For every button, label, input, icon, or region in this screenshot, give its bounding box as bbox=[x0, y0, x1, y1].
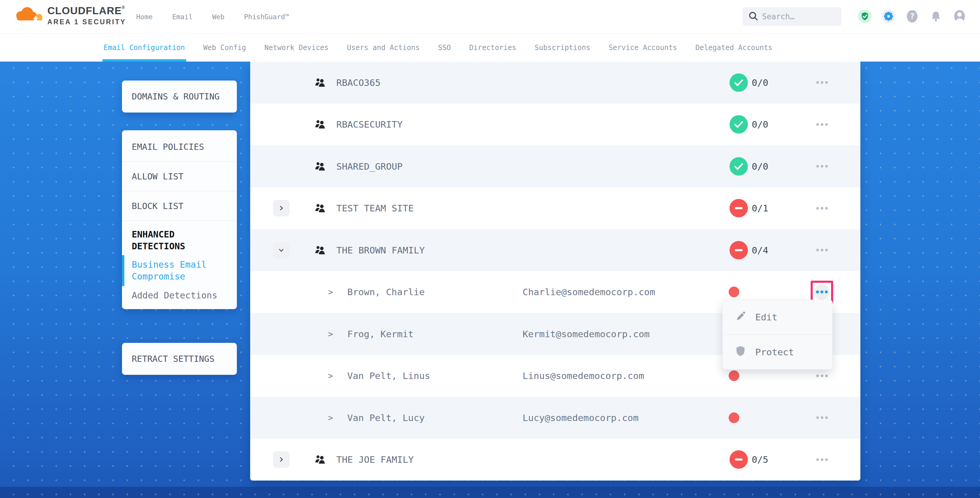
group-name: THE JOE FAMILY bbox=[336, 454, 414, 465]
row-actions-button[interactable] bbox=[814, 410, 830, 425]
footer-band bbox=[0, 487, 980, 498]
member-name: Van Pelt, Linus bbox=[347, 371, 430, 381]
sidebar-card-retract-settings[interactable]: RETRACT SETTINGS bbox=[122, 343, 237, 375]
security-status-shield-icon[interactable] bbox=[858, 10, 872, 23]
menu-item-protect[interactable]: Protect bbox=[723, 334, 832, 369]
tab-network-devices[interactable]: Network Devices bbox=[264, 34, 329, 62]
protected-count: 0/5 bbox=[752, 454, 768, 465]
brand-name: CLOUDFLARE bbox=[48, 5, 122, 17]
status-protected-icon bbox=[730, 73, 748, 92]
protected-count: 0/0 bbox=[752, 119, 768, 130]
header-icon-group: ? bbox=[858, 10, 966, 23]
row-actions-button[interactable] bbox=[814, 242, 830, 258]
unprotected-dot bbox=[729, 286, 739, 297]
protected-count: 0/4 bbox=[752, 245, 768, 256]
group-name: RBACSECURITY bbox=[336, 119, 402, 130]
member-email: Kermit@somedemocorp.com bbox=[523, 329, 649, 339]
menu-item-label: Protect bbox=[755, 347, 794, 357]
section-tabs: Email Configuration Web Config Network D… bbox=[103, 34, 772, 62]
protected-count: 0/0 bbox=[752, 77, 768, 88]
search-input[interactable] bbox=[762, 12, 833, 21]
tab-delegated-accounts[interactable]: Delegated Accounts bbox=[695, 34, 772, 62]
help-icon[interactable]: ? bbox=[905, 10, 919, 23]
menu-item-edit[interactable]: Edit bbox=[723, 300, 832, 334]
sidebar-item-retract-settings[interactable]: RETRACT SETTINGS bbox=[132, 354, 214, 364]
brand-subtitle: AREA 1 SECURITY bbox=[48, 18, 126, 26]
status-unprotected-icon bbox=[730, 241, 748, 259]
row-actions-button[interactable] bbox=[814, 159, 830, 174]
member-caret: > bbox=[328, 329, 333, 339]
app-header: CLOUDFLARE® AREA 1 SECURITY Home Email W… bbox=[0, 0, 980, 34]
table-row-group[interactable]: THE BROWN FAMILY 0/4 bbox=[250, 229, 861, 271]
sidebar-item-added-detections[interactable]: Added Detections bbox=[122, 286, 237, 305]
tab-directories[interactable]: Directories bbox=[469, 34, 516, 62]
table-row-group[interactable]: THE JOE FAMILY 0/5 bbox=[250, 439, 861, 481]
group-people-icon bbox=[315, 78, 326, 88]
row-actions-button[interactable] bbox=[814, 368, 830, 383]
sidebar-item-domains-routing[interactable]: DOMAINS & ROUTING bbox=[132, 91, 220, 102]
group-name: THE BROWN FAMILY bbox=[336, 245, 425, 256]
table-row-group[interactable]: RBACO365 0/0 bbox=[250, 62, 861, 103]
svg-text:?: ? bbox=[910, 12, 915, 21]
tab-email-configuration[interactable]: Email Configuration bbox=[103, 34, 185, 62]
sidebar-item-allow-list[interactable]: ALLOW LIST bbox=[122, 162, 237, 191]
table-row-member[interactable]: > Van Pelt, Lucy Lucy@somedemocorp.com bbox=[250, 397, 861, 439]
group-name: SHARED_GROUP bbox=[336, 161, 402, 172]
status-protected-icon bbox=[730, 115, 748, 134]
search-box[interactable] bbox=[743, 7, 842, 26]
tab-service-accounts[interactable]: Service Accounts bbox=[609, 34, 677, 62]
group-people-icon bbox=[315, 245, 326, 255]
row-actions-button[interactable] bbox=[814, 117, 830, 132]
table-row-group[interactable]: TEST TEAM SITE 0/1 bbox=[250, 188, 861, 229]
row-actions-context-menu: Edit Protect bbox=[722, 300, 832, 369]
search-icon bbox=[747, 10, 759, 23]
account-avatar-icon[interactable] bbox=[953, 10, 966, 23]
group-people-icon bbox=[315, 204, 326, 213]
collapse-group-button[interactable] bbox=[273, 242, 290, 258]
cloudflare-logo[interactable]: CLOUDFLARE® AREA 1 SECURITY bbox=[12, 5, 126, 26]
sidebar-card-domains-routing[interactable]: DOMAINS & ROUTING bbox=[122, 81, 237, 113]
group-people-icon bbox=[315, 119, 326, 129]
member-email: Charlie@somedemocorp.com bbox=[523, 286, 655, 297]
unprotected-dot bbox=[729, 412, 739, 423]
settings-gear-icon[interactable] bbox=[882, 10, 895, 23]
group-people-icon bbox=[315, 455, 326, 464]
member-caret: > bbox=[328, 371, 333, 381]
table-row-group[interactable]: SHARED_GROUP 0/0 bbox=[250, 145, 861, 188]
member-name: Brown, Charlie bbox=[347, 286, 425, 297]
tab-subscriptions[interactable]: Subscriptions bbox=[535, 34, 590, 62]
member-name: Van Pelt, Lucy bbox=[347, 412, 425, 423]
tab-sso[interactable]: SSO bbox=[438, 34, 450, 62]
group-people-icon bbox=[315, 162, 326, 171]
nav-item-home[interactable]: Home bbox=[136, 13, 153, 21]
row-actions-button[interactable] bbox=[814, 200, 830, 216]
notifications-bell-icon[interactable] bbox=[929, 10, 943, 23]
table-row-group[interactable]: RBACSECURITY 0/0 bbox=[250, 103, 861, 146]
member-caret: > bbox=[328, 413, 333, 423]
pencil-icon bbox=[735, 310, 746, 324]
expand-group-button[interactable] bbox=[273, 451, 290, 468]
status-unprotected-icon bbox=[730, 199, 748, 217]
status-protected-icon bbox=[730, 157, 748, 175]
member-caret: > bbox=[328, 287, 333, 297]
nav-item-web[interactable]: Web bbox=[212, 13, 225, 21]
row-actions-button[interactable] bbox=[814, 75, 830, 90]
row-actions-button[interactable] bbox=[814, 452, 830, 467]
member-name: Frog, Kermit bbox=[347, 329, 414, 339]
nav-item-phishguard[interactable]: PhishGuard™ bbox=[244, 13, 289, 21]
logo-text: CLOUDFLARE® AREA 1 SECURITY bbox=[48, 5, 126, 26]
tab-web-config[interactable]: Web Config bbox=[204, 34, 247, 62]
tab-users-and-actions[interactable]: Users and Actions bbox=[347, 34, 420, 62]
nav-item-email[interactable]: Email bbox=[172, 13, 192, 21]
group-name: TEST TEAM SITE bbox=[336, 203, 414, 213]
primary-nav: Home Email Web PhishGuard™ bbox=[136, 0, 289, 34]
status-unprotected-icon bbox=[730, 450, 748, 469]
sidebar-item-block-list[interactable]: BLOCK LIST bbox=[122, 191, 237, 221]
member-email: Linus@somedemocorp.com bbox=[523, 371, 644, 381]
expand-group-button[interactable] bbox=[273, 200, 290, 216]
shield-icon bbox=[735, 345, 746, 359]
sidebar-item-business-email-compromise[interactable]: Business Email Compromise bbox=[122, 255, 237, 286]
sidebar-section-enhanced-detections: ENHANCED DETECTIONS bbox=[122, 221, 237, 255]
row-actions-button-active[interactable] bbox=[814, 284, 830, 300]
sidebar-item-email-policies[interactable]: EMAIL POLICIES bbox=[122, 132, 237, 162]
